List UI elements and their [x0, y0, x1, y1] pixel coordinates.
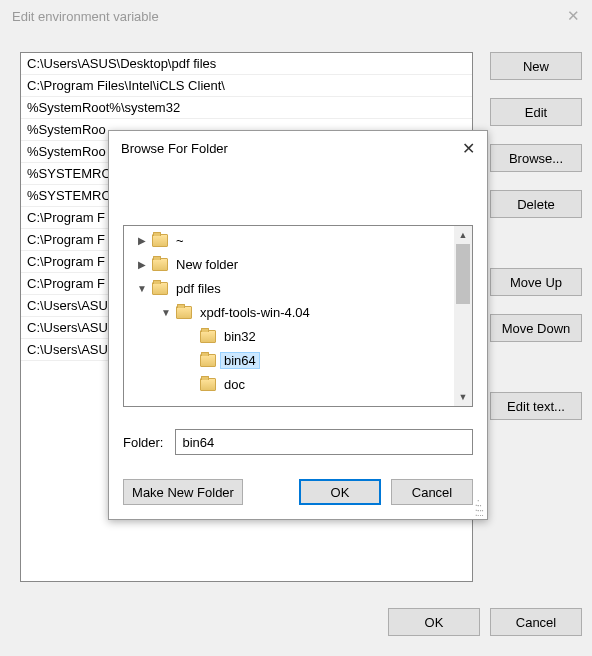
list-item[interactable]: C:\Program Files\Intel\iCLS Client\ — [21, 75, 472, 97]
folder-icon — [200, 330, 216, 343]
folder-field-row: Folder: — [123, 429, 473, 455]
new-button[interactable]: New — [490, 52, 582, 80]
tree-item[interactable]: bin32 — [124, 324, 454, 348]
chevron-down-icon[interactable]: ▼ — [160, 307, 172, 318]
tree-item[interactable]: ▼xpdf-tools-win-4.04 — [124, 300, 454, 324]
folder-icon — [200, 378, 216, 391]
folder-icon — [152, 234, 168, 247]
folder-icon — [152, 282, 168, 295]
delete-button[interactable]: Delete — [490, 190, 582, 218]
scrollbar[interactable]: ▲ ▼ — [454, 226, 472, 406]
chevron-right-icon[interactable]: ▶ — [136, 235, 148, 246]
bottom-button-group: OK Cancel — [388, 608, 582, 636]
chevron-right-icon[interactable]: ▶ — [136, 259, 148, 270]
tree-item-label: bin64 — [220, 352, 260, 369]
move-down-button[interactable]: Move Down — [490, 314, 582, 342]
edit-button[interactable]: Edit — [490, 98, 582, 126]
title-bar: Edit environment variable ✕ — [0, 0, 592, 32]
tree-item-label: New folder — [172, 257, 242, 272]
folder-tree[interactable]: ▶~▶New folder▼pdf files▼xpdf-tools-win-4… — [123, 225, 473, 407]
scroll-up-icon[interactable]: ▲ — [454, 226, 472, 244]
close-icon[interactable]: ✕ — [567, 7, 580, 25]
tree-item[interactable]: ▼pdf files — [124, 276, 454, 300]
list-item[interactable]: %SystemRoot%\system32 — [21, 97, 472, 119]
make-new-folder-button[interactable]: Make New Folder — [123, 479, 243, 505]
dialog-cancel-button[interactable]: Cancel — [391, 479, 473, 505]
dialog-button-row: Make New Folder OK Cancel — [123, 479, 473, 505]
tree-item[interactable]: ▶~ — [124, 228, 454, 252]
folder-icon — [152, 258, 168, 271]
tree-item-label: doc — [220, 377, 249, 392]
tree-item-label: bin32 — [220, 329, 260, 344]
tree-item-label: ~ — [172, 233, 188, 248]
folder-label: Folder: — [123, 435, 163, 450]
folder-icon — [176, 306, 192, 319]
list-item[interactable]: C:\Users\ASUS\Desktop\pdf files — [21, 53, 472, 75]
cancel-button[interactable]: Cancel — [490, 608, 582, 636]
tree-item-label: xpdf-tools-win-4.04 — [196, 305, 314, 320]
dialog-ok-button[interactable]: OK — [299, 479, 381, 505]
tree-item[interactable]: bin64 — [124, 348, 454, 372]
tree-item-label: pdf files — [172, 281, 225, 296]
browse-button[interactable]: Browse... — [490, 144, 582, 172]
resize-grip-icon[interactable]: .:.::.::: — [475, 500, 483, 515]
tree-item[interactable]: ▶New folder — [124, 252, 454, 276]
dialog-close-icon[interactable]: ✕ — [462, 139, 475, 158]
window-title: Edit environment variable — [12, 9, 159, 24]
folder-icon — [200, 354, 216, 367]
scroll-down-icon[interactable]: ▼ — [454, 388, 472, 406]
move-up-button[interactable]: Move Up — [490, 268, 582, 296]
ok-button[interactable]: OK — [388, 608, 480, 636]
browse-for-folder-dialog: Browse For Folder ✕ ▶~▶New folder▼pdf fi… — [108, 130, 488, 520]
chevron-down-icon[interactable]: ▼ — [136, 283, 148, 294]
scroll-thumb[interactable] — [456, 244, 470, 304]
dialog-title-bar: Browse For Folder ✕ — [109, 131, 487, 166]
dialog-title: Browse For Folder — [121, 141, 228, 156]
edit-text-button[interactable]: Edit text... — [490, 392, 582, 420]
folder-input[interactable] — [175, 429, 473, 455]
side-button-group: New Edit Browse... Delete Move Up Move D… — [490, 52, 582, 438]
tree-item[interactable]: doc — [124, 372, 454, 396]
